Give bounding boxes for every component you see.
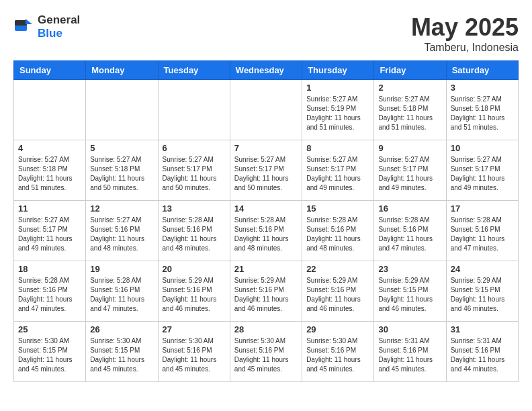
day-info: Sunrise: 5:30 AM Sunset: 5:16 PM Dayligh… bbox=[306, 336, 369, 374]
day-info: Sunrise: 5:27 AM Sunset: 5:19 PM Dayligh… bbox=[306, 95, 369, 132]
day-info: Sunrise: 5:27 AM Sunset: 5:17 PM Dayligh… bbox=[163, 155, 226, 193]
day-info: Sunrise: 5:29 AM Sunset: 5:15 PM Dayligh… bbox=[378, 276, 441, 314]
calendar-cell: 22Sunrise: 5:29 AM Sunset: 5:16 PM Dayli… bbox=[302, 261, 374, 322]
calendar-cell: 11Sunrise: 5:27 AM Sunset: 5:17 PM Dayli… bbox=[14, 201, 86, 261]
day-info: Sunrise: 5:27 AM Sunset: 5:18 PM Dayligh… bbox=[378, 95, 441, 132]
logo-icon bbox=[13, 15, 35, 39]
calendar-cell: 7Sunrise: 5:27 AM Sunset: 5:17 PM Daylig… bbox=[230, 140, 302, 201]
day-number: 24 bbox=[451, 264, 514, 274]
calendar-table: SundayMondayTuesdayWednesdayThursdayFrid… bbox=[13, 60, 519, 382]
calendar-cell: 27Sunrise: 5:30 AM Sunset: 5:16 PM Dayli… bbox=[158, 322, 230, 382]
logo: General Blue bbox=[13, 13, 80, 40]
weekday-header-saturday: Saturday bbox=[446, 61, 518, 80]
calendar-cell: 16Sunrise: 5:28 AM Sunset: 5:16 PM Dayli… bbox=[374, 201, 446, 261]
month-year-title: May 2025 bbox=[411, 13, 519, 42]
calendar-cell: 26Sunrise: 5:30 AM Sunset: 5:15 PM Dayli… bbox=[86, 322, 158, 382]
day-number: 4 bbox=[18, 143, 81, 153]
day-number: 8 bbox=[306, 143, 369, 153]
calendar-week-1: 1Sunrise: 5:27 AM Sunset: 5:19 PM Daylig… bbox=[14, 80, 519, 140]
day-info: Sunrise: 5:31 AM Sunset: 5:16 PM Dayligh… bbox=[378, 336, 441, 374]
day-info: Sunrise: 5:29 AM Sunset: 5:16 PM Dayligh… bbox=[306, 276, 369, 314]
calendar-cell: 31Sunrise: 5:31 AM Sunset: 5:16 PM Dayli… bbox=[446, 322, 518, 382]
calendar-cell bbox=[230, 80, 302, 140]
day-info: Sunrise: 5:28 AM Sunset: 5:16 PM Dayligh… bbox=[234, 216, 298, 253]
day-info: Sunrise: 5:30 AM Sunset: 5:16 PM Dayligh… bbox=[234, 336, 298, 374]
calendar-cell: 19Sunrise: 5:28 AM Sunset: 5:16 PM Dayli… bbox=[86, 261, 158, 322]
day-number: 29 bbox=[306, 324, 369, 334]
day-info: Sunrise: 5:28 AM Sunset: 5:16 PM Dayligh… bbox=[306, 216, 369, 253]
day-number: 10 bbox=[451, 143, 514, 153]
day-info: Sunrise: 5:27 AM Sunset: 5:16 PM Dayligh… bbox=[90, 216, 153, 253]
calendar-cell: 25Sunrise: 5:30 AM Sunset: 5:15 PM Dayli… bbox=[14, 322, 86, 382]
weekday-header-monday: Monday bbox=[86, 61, 158, 80]
day-number: 31 bbox=[451, 324, 514, 334]
day-number: 25 bbox=[18, 324, 81, 334]
calendar-cell: 8Sunrise: 5:27 AM Sunset: 5:17 PM Daylig… bbox=[302, 140, 374, 201]
day-number: 9 bbox=[378, 143, 441, 153]
day-info: Sunrise: 5:30 AM Sunset: 5:16 PM Dayligh… bbox=[163, 336, 226, 374]
day-number: 26 bbox=[90, 324, 153, 334]
day-info: Sunrise: 5:27 AM Sunset: 5:17 PM Dayligh… bbox=[306, 155, 369, 193]
day-info: Sunrise: 5:27 AM Sunset: 5:17 PM Dayligh… bbox=[234, 155, 298, 193]
calendar-cell: 20Sunrise: 5:29 AM Sunset: 5:16 PM Dayli… bbox=[158, 261, 230, 322]
day-number: 22 bbox=[306, 264, 369, 274]
day-number: 28 bbox=[234, 324, 298, 334]
calendar-cell: 1Sunrise: 5:27 AM Sunset: 5:19 PM Daylig… bbox=[302, 80, 374, 140]
weekday-header-wednesday: Wednesday bbox=[230, 61, 302, 80]
day-info: Sunrise: 5:29 AM Sunset: 5:16 PM Dayligh… bbox=[234, 276, 298, 314]
calendar-cell: 9Sunrise: 5:27 AM Sunset: 5:17 PM Daylig… bbox=[374, 140, 446, 201]
day-info: Sunrise: 5:27 AM Sunset: 5:17 PM Dayligh… bbox=[18, 216, 81, 253]
title-area: May 2025 Tamberu, Indonesia bbox=[411, 13, 519, 54]
page-container: General Blue May 2025 Tamberu, Indonesia… bbox=[13, 13, 519, 382]
day-number: 23 bbox=[378, 264, 441, 274]
day-info: Sunrise: 5:28 AM Sunset: 5:16 PM Dayligh… bbox=[378, 216, 441, 253]
calendar-week-2: 4Sunrise: 5:27 AM Sunset: 5:18 PM Daylig… bbox=[14, 140, 519, 201]
calendar-cell bbox=[86, 80, 158, 140]
day-info: Sunrise: 5:29 AM Sunset: 5:16 PM Dayligh… bbox=[163, 276, 226, 314]
logo-general: General bbox=[38, 13, 80, 27]
day-number: 7 bbox=[234, 143, 298, 153]
calendar-cell: 6Sunrise: 5:27 AM Sunset: 5:17 PM Daylig… bbox=[158, 140, 230, 201]
weekday-header-sunday: Sunday bbox=[14, 61, 86, 80]
calendar-cell: 30Sunrise: 5:31 AM Sunset: 5:16 PM Dayli… bbox=[374, 322, 446, 382]
calendar-cell: 2Sunrise: 5:27 AM Sunset: 5:18 PM Daylig… bbox=[374, 80, 446, 140]
weekday-header-thursday: Thursday bbox=[302, 61, 374, 80]
logo-text: General Blue bbox=[38, 13, 80, 40]
calendar-cell: 23Sunrise: 5:29 AM Sunset: 5:15 PM Dayli… bbox=[374, 261, 446, 322]
day-info: Sunrise: 5:27 AM Sunset: 5:17 PM Dayligh… bbox=[378, 155, 441, 193]
day-info: Sunrise: 5:28 AM Sunset: 5:16 PM Dayligh… bbox=[18, 276, 81, 314]
calendar-cell: 12Sunrise: 5:27 AM Sunset: 5:16 PM Dayli… bbox=[86, 201, 158, 261]
calendar-week-5: 25Sunrise: 5:30 AM Sunset: 5:15 PM Dayli… bbox=[14, 322, 519, 382]
calendar-week-3: 11Sunrise: 5:27 AM Sunset: 5:17 PM Dayli… bbox=[14, 201, 519, 261]
calendar-cell bbox=[158, 80, 230, 140]
day-number: 15 bbox=[306, 203, 369, 214]
day-number: 27 bbox=[163, 324, 226, 334]
calendar-cell: 24Sunrise: 5:29 AM Sunset: 5:15 PM Dayli… bbox=[446, 261, 518, 322]
day-number: 13 bbox=[163, 203, 226, 214]
calendar-cell: 4Sunrise: 5:27 AM Sunset: 5:18 PM Daylig… bbox=[14, 140, 86, 201]
calendar-cell: 3Sunrise: 5:27 AM Sunset: 5:18 PM Daylig… bbox=[446, 80, 518, 140]
day-number: 11 bbox=[18, 203, 81, 214]
svg-marker-2 bbox=[26, 19, 32, 24]
day-number: 18 bbox=[18, 264, 81, 274]
calendar-cell: 14Sunrise: 5:28 AM Sunset: 5:16 PM Dayli… bbox=[230, 201, 302, 261]
calendar-cell: 21Sunrise: 5:29 AM Sunset: 5:16 PM Dayli… bbox=[230, 261, 302, 322]
calendar-cell: 17Sunrise: 5:28 AM Sunset: 5:16 PM Dayli… bbox=[446, 201, 518, 261]
day-number: 30 bbox=[378, 324, 441, 334]
calendar-cell: 15Sunrise: 5:28 AM Sunset: 5:16 PM Dayli… bbox=[302, 201, 374, 261]
day-info: Sunrise: 5:30 AM Sunset: 5:15 PM Dayligh… bbox=[18, 336, 81, 374]
day-number: 1 bbox=[306, 83, 369, 93]
day-number: 14 bbox=[234, 203, 298, 214]
day-info: Sunrise: 5:28 AM Sunset: 5:16 PM Dayligh… bbox=[163, 216, 226, 253]
calendar-cell: 18Sunrise: 5:28 AM Sunset: 5:16 PM Dayli… bbox=[14, 261, 86, 322]
calendar-week-4: 18Sunrise: 5:28 AM Sunset: 5:16 PM Dayli… bbox=[14, 261, 519, 322]
calendar-cell: 10Sunrise: 5:27 AM Sunset: 5:17 PM Dayli… bbox=[446, 140, 518, 201]
day-number: 6 bbox=[163, 143, 226, 153]
day-info: Sunrise: 5:30 AM Sunset: 5:15 PM Dayligh… bbox=[90, 336, 153, 374]
calendar-cell: 29Sunrise: 5:30 AM Sunset: 5:16 PM Dayli… bbox=[302, 322, 374, 382]
day-info: Sunrise: 5:27 AM Sunset: 5:18 PM Dayligh… bbox=[451, 95, 514, 132]
day-info: Sunrise: 5:27 AM Sunset: 5:18 PM Dayligh… bbox=[18, 155, 81, 193]
day-info: Sunrise: 5:31 AM Sunset: 5:16 PM Dayligh… bbox=[451, 336, 514, 374]
weekday-header-tuesday: Tuesday bbox=[158, 61, 230, 80]
day-number: 17 bbox=[451, 203, 514, 214]
